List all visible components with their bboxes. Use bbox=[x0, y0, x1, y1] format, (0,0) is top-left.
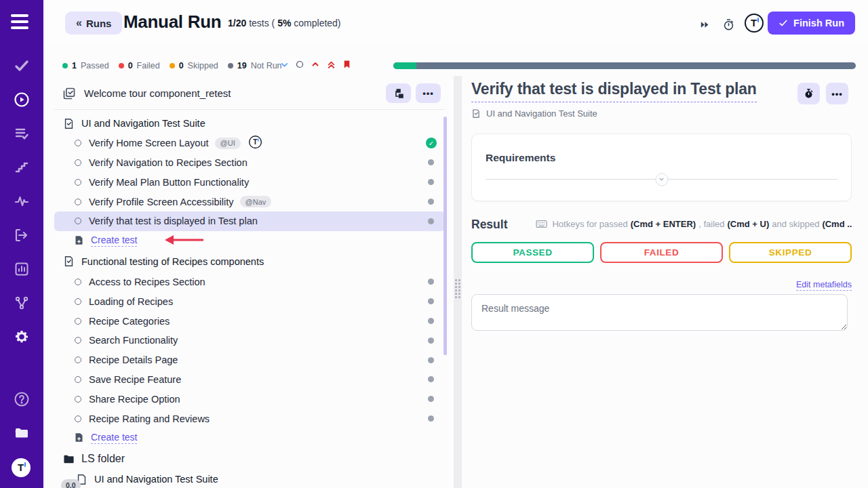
help-icon[interactable] bbox=[13, 390, 31, 408]
suite-title: UI and Navigation Test Suite bbox=[81, 118, 205, 129]
test-bullet-icon bbox=[75, 376, 81, 383]
suite-file-check-icon bbox=[63, 118, 75, 129]
status-notrun-icon bbox=[428, 376, 434, 382]
failed-button[interactable]: FAILED bbox=[600, 242, 723, 263]
sidebar: T bbox=[0, 0, 43, 488]
result-message-input[interactable] bbox=[471, 294, 848, 331]
test-row-selected[interactable]: Verify that test is displayed in Test pl… bbox=[54, 211, 445, 231]
create-test-row[interactable]: Create test bbox=[54, 231, 445, 251]
run-play-icon[interactable] bbox=[13, 91, 31, 108]
branches-icon[interactable] bbox=[13, 294, 31, 312]
tree-more-button[interactable]: ••• bbox=[416, 83, 441, 103]
metafields-row: Edit metafields bbox=[471, 278, 852, 290]
detail-header-buttons: ••• bbox=[797, 83, 848, 104]
test-row[interactable]: Verify Profile Screen Accessibility @Nav bbox=[54, 192, 445, 211]
status-notrun-icon bbox=[428, 298, 434, 304]
suite-title: Functional testing of Recipes components bbox=[81, 256, 264, 267]
steps-icon[interactable] bbox=[13, 159, 31, 176]
test-row[interactable]: Verify Meal Plan Button Functionality bbox=[54, 172, 445, 192]
create-test-link[interactable]: Create test bbox=[91, 235, 137, 247]
status-notrun-icon bbox=[428, 357, 434, 363]
menu-icon[interactable] bbox=[11, 11, 33, 33]
double-chevron-up-icon[interactable] bbox=[326, 60, 336, 69]
circle-icon[interactable] bbox=[295, 60, 304, 69]
back-to-runs-button[interactable]: « Runs bbox=[65, 12, 122, 35]
check-icon[interactable] bbox=[13, 57, 31, 75]
analytics-icon[interactable] bbox=[13, 260, 31, 278]
collapse-chevron-icon[interactable] bbox=[655, 173, 668, 186]
bookmark-icon[interactable] bbox=[342, 60, 351, 69]
status-notrun-icon bbox=[428, 338, 434, 344]
test-row[interactable]: Share Recipe Option bbox=[54, 389, 445, 409]
detail-more-button[interactable]: ••• bbox=[826, 83, 848, 104]
test-title: Share Recipe Option bbox=[89, 394, 180, 405]
test-row[interactable]: Recipe Rating and Reviews bbox=[54, 409, 445, 428]
timer-button[interactable] bbox=[797, 83, 820, 104]
test-row[interactable]: Verify Navigation to Recipes Section bbox=[54, 153, 445, 173]
test-title: Search Functionality bbox=[89, 335, 178, 346]
passed-count: 1Passed bbox=[62, 61, 109, 70]
status-counts: 1Passed 0Failed 0Skipped 19Not Run bbox=[62, 61, 282, 70]
test-row[interactable]: Search Functionality bbox=[54, 331, 445, 350]
status-notrun-icon bbox=[428, 199, 434, 205]
suite-row-clipped[interactable]: 0.0 UI and Navigation Test Suite bbox=[54, 470, 445, 488]
statusbar: 1Passed 0Failed 0Skipped 19Not Run bbox=[43, 58, 868, 75]
passed-button[interactable]: PASSED bbox=[471, 242, 594, 263]
detail-suite-label: UI and Navigation Test Suite bbox=[486, 108, 597, 119]
test-row[interactable]: Verify Home Screen Layout @UI T ✓ bbox=[54, 134, 445, 153]
notrun-dot-icon bbox=[228, 63, 233, 68]
test-list-icon[interactable] bbox=[13, 125, 31, 142]
folder-row[interactable]: LS folder bbox=[54, 448, 445, 470]
test-row[interactable]: Recipe Details Page bbox=[54, 350, 445, 370]
test-bullet-icon bbox=[75, 279, 81, 285]
testomat-logo-icon[interactable]: T bbox=[745, 14, 764, 35]
test-title: Loading of Recipes bbox=[89, 296, 173, 307]
requirements-divider bbox=[486, 179, 837, 180]
suite-row[interactable]: Functional testing of Recipes components bbox=[54, 251, 445, 272]
test-row[interactable]: Loading of Recipes bbox=[54, 291, 445, 311]
suite-badge: 0.0 bbox=[61, 479, 81, 488]
hotkeys-hint: Hotkeys for passed (Cmd + ENTER) , faile… bbox=[536, 219, 852, 229]
tree-scrollbar[interactable] bbox=[443, 117, 447, 355]
red-arrow-annotation bbox=[163, 233, 206, 247]
tag-badge[interactable]: @UI bbox=[215, 138, 241, 149]
hierarchy-icon bbox=[393, 88, 404, 99]
skipped-button[interactable]: SKIPPED bbox=[729, 242, 852, 263]
chevron-up-icon[interactable] bbox=[311, 60, 320, 69]
run-progress-bar[interactable] bbox=[393, 62, 856, 69]
detail-suite-breadcrumb[interactable]: UI and Navigation Test Suite bbox=[471, 108, 852, 119]
topbar-icons: T bbox=[697, 14, 764, 35]
edit-metafields-link[interactable]: Edit metafields bbox=[796, 280, 852, 291]
fast-forward-icon[interactable] bbox=[697, 17, 712, 32]
test-detail-title[interactable]: Verify that test is displayed in Test pl… bbox=[471, 80, 757, 102]
test-title: Access to Recipes Section bbox=[89, 277, 205, 287]
tree-view-button[interactable] bbox=[386, 83, 411, 103]
test-title: Recipe Rating and Reviews bbox=[89, 413, 210, 424]
requirements-card: Requirements bbox=[471, 134, 852, 201]
tag-badge[interactable]: @Nav bbox=[240, 196, 272, 207]
finish-run-button[interactable]: Finish Run bbox=[768, 12, 855, 35]
stopwatch-icon[interactable] bbox=[721, 17, 736, 32]
test-row[interactable]: Access to Recipes Section bbox=[54, 272, 445, 292]
test-row[interactable]: Save Recipe Feature bbox=[54, 370, 445, 390]
import-icon[interactable] bbox=[13, 226, 31, 244]
create-test-link[interactable]: Create test bbox=[91, 432, 137, 444]
test-bullet-icon bbox=[75, 357, 81, 363]
notrun-count: 19Not Run bbox=[228, 61, 282, 70]
chevron-down-icon[interactable] bbox=[279, 60, 289, 69]
failed-dot-icon bbox=[119, 63, 124, 68]
brand-logo-icon[interactable]: T bbox=[12, 458, 32, 479]
suite-row[interactable]: UI and Navigation Test Suite bbox=[54, 114, 445, 134]
double-chevron-left-icon: « bbox=[76, 17, 81, 29]
app-root: T « Runs Manual Run 1/20 tests ( 5% comp… bbox=[0, 0, 868, 488]
panel-resize-handle[interactable] bbox=[454, 76, 462, 488]
projects-folder-icon[interactable] bbox=[13, 424, 31, 442]
check-icon bbox=[778, 18, 788, 28]
suite-file-check-icon bbox=[471, 108, 481, 119]
activity-icon[interactable] bbox=[13, 192, 31, 210]
settings-gear-icon[interactable] bbox=[13, 328, 31, 346]
status-passed-icon: ✓ bbox=[426, 138, 437, 148]
test-row[interactable]: Recipe Categories bbox=[54, 311, 445, 331]
create-test-row[interactable]: Create test bbox=[54, 428, 445, 448]
ellipsis-icon: ••• bbox=[422, 88, 434, 98]
